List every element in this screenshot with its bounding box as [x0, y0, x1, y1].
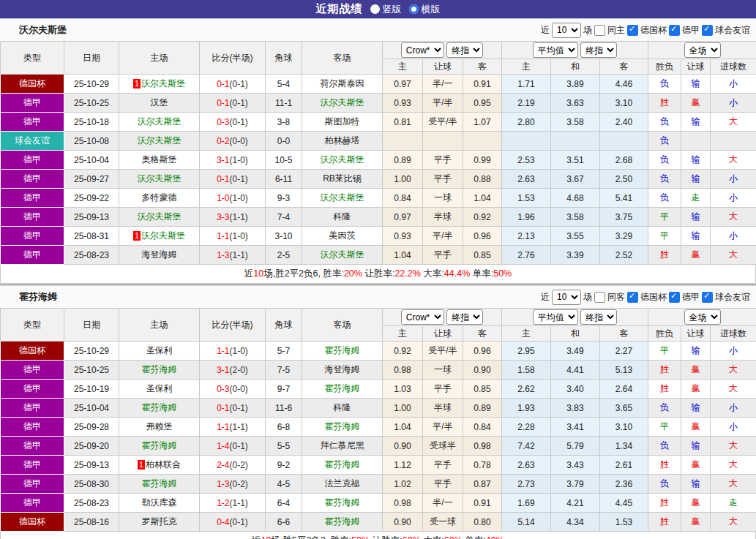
odds-company-select[interactable]: Crow*: [401, 42, 444, 58]
away-team-cell: 霍芬海姆: [302, 380, 383, 399]
match-row: 球会友谊25-10-08沃尔夫斯堡0-2(0-0)0-0柏林赫塔负: [1, 132, 756, 151]
odds-stage-select[interactable]: 终指: [446, 42, 483, 58]
near-count-select[interactable]: 10: [552, 290, 581, 305]
home-team-name: 勒沃库森: [142, 497, 177, 508]
match-row: 德甲25-09-20霍芬海姆1-4(0-1)5-5拜仁慕尼黑0.90受球半0.9…: [1, 437, 756, 456]
asia-home-odds: 0.93: [383, 227, 423, 246]
euro-stage-select[interactable]: 终指: [580, 309, 617, 325]
result-wdl-text: 负: [660, 154, 669, 165]
corner-cell: 3-8: [266, 113, 302, 132]
near-count-select[interactable]: 10: [552, 23, 581, 38]
layout-option-horizontal[interactable]: 横版: [409, 3, 441, 16]
result-handicap: 赢: [681, 418, 711, 437]
euro-home-odds: 2.13: [502, 227, 551, 246]
asia-away-odds-text: 0.80: [474, 517, 490, 527]
team-section-hoffenheim: 霍芬海姆 近 10 场 同客 德国杯 德甲 球会友谊 类型 日期 主场: [0, 285, 756, 539]
fulltime-score: 3-1: [217, 365, 229, 375]
radio-icon-horizontal[interactable]: [409, 4, 419, 14]
checkbox-german-cup[interactable]: [627, 25, 638, 36]
away-team-cell: 美因茨: [302, 227, 383, 246]
euro-draw-odds: 3.41: [551, 418, 600, 437]
competition-label: 德甲: [23, 459, 41, 470]
competition-badge: 德甲: [1, 170, 64, 189]
euro-company-select[interactable]: 平均值: [533, 42, 578, 58]
result-handicap-text: 赢: [692, 497, 700, 508]
corner-text: 10-5: [274, 155, 292, 165]
euro-odds-group: 平均值 终指: [502, 42, 648, 59]
score-cell: 1-4(0-1): [200, 437, 266, 456]
euro-home-odds: 5.14: [502, 513, 551, 532]
checkbox-friendly[interactable]: [702, 25, 713, 36]
away-team-cell: 荷尔斯泰因: [302, 75, 383, 94]
checkbox-bundesliga[interactable]: [669, 25, 680, 36]
competition-badge: 德甲: [1, 227, 64, 246]
euro-draw-odds-text: 3.58: [566, 212, 583, 222]
asia-home-odds-text: 1.00: [394, 403, 411, 413]
away-team-name: RB莱比锡: [323, 173, 362, 184]
match-row: 德国杯25-08-16罗斯托克0-4(0-1)6-6霍芬海姆0.90受一球0.8…: [1, 513, 756, 532]
handicap-line-text: 平/半: [433, 97, 452, 108]
handicap-line: 平手: [423, 151, 463, 170]
euro-home-odds-text: 2.73: [517, 479, 534, 489]
match-date: 25-09-13: [64, 456, 119, 475]
corner-text: 5-5: [277, 441, 290, 451]
summary-text: 大率:: [421, 535, 444, 539]
match-date: 25-10-25: [64, 361, 119, 380]
result-handicap-text: 输: [692, 345, 700, 355]
result-handicap: 赢: [681, 246, 711, 265]
handicap-line: 平手: [423, 380, 463, 399]
away-team-name: 沃尔夫斯堡: [321, 154, 364, 165]
euro-company-select[interactable]: 平均值: [533, 309, 578, 325]
euro-draw-odds-text: 3.89: [566, 79, 583, 89]
euro-away-odds-text: 5.13: [615, 365, 632, 375]
score-cell: 3-1(1-0): [200, 151, 266, 170]
asia-away-odds: 0.91: [463, 75, 502, 94]
competition-label: 德国杯: [19, 345, 45, 355]
euro-away-odds-text: 2.68: [615, 155, 632, 165]
euro-odds-group: 平均值 终指: [502, 309, 648, 326]
checkbox-same-away[interactable]: [594, 292, 605, 303]
match-date: 25-09-13: [64, 208, 119, 227]
odds-company-select[interactable]: Crow*: [401, 309, 444, 325]
fulltime-score: 1-1: [217, 346, 229, 356]
euro-stage-select[interactable]: 终指: [580, 42, 617, 58]
col-euro-home: 主: [502, 59, 551, 75]
asia-home-odds-text: 0.92: [394, 346, 411, 356]
competition-badge: 德国杯: [1, 513, 64, 532]
asia-home-odds: 1.04: [383, 418, 423, 437]
halftime-score: (1-1): [230, 212, 248, 222]
euro-draw-odds: 3.39: [551, 246, 600, 265]
scope-select[interactable]: 全场: [684, 309, 721, 325]
euro-home-odds-text: 2.76: [517, 250, 534, 260]
date-text: 25-08-16: [74, 517, 109, 527]
checkbox-bundesliga[interactable]: [669, 292, 680, 303]
same-home-label: 同主: [607, 24, 625, 37]
result-goals: 小: [711, 399, 756, 418]
euro-home-odds: 2.95: [502, 342, 551, 361]
competition-badge: 德甲: [1, 418, 64, 437]
away-team-name: 霍芬海姆: [325, 516, 360, 527]
asia-home-odds-text: 0.89: [394, 155, 411, 165]
euro-draw-odds: 3.40: [551, 380, 600, 399]
scope-select[interactable]: 全场: [684, 42, 721, 58]
col-euro-draw: 和: [551, 59, 600, 75]
euro-home-odds-text: 7.42: [517, 441, 534, 451]
radio-icon-vertical[interactable]: [370, 4, 380, 14]
euro-draw-odds-text: 3.39: [566, 250, 583, 260]
checkbox-german-cup[interactable]: [627, 292, 638, 303]
match-date: 25-10-25: [64, 94, 119, 113]
date-text: 25-09-13: [74, 460, 109, 470]
layout-option-vertical[interactable]: 竖版: [370, 3, 402, 16]
home-team-cell: 弗赖堡: [119, 418, 200, 437]
handicap-line: 受一球: [423, 513, 463, 532]
euro-home-odds: 2.63: [502, 456, 551, 475]
corner-cell: 9-3: [266, 189, 302, 208]
result-goals-text: 大: [729, 516, 738, 527]
euro-away-odds-text: 3.75: [615, 212, 632, 222]
halftime-score: (0-1): [230, 98, 248, 108]
corner-text: 7-4: [277, 212, 290, 222]
col-type: 类型: [1, 42, 64, 75]
checkbox-same-home[interactable]: [594, 25, 605, 36]
checkbox-friendly[interactable]: [702, 292, 713, 303]
odds-stage-select[interactable]: 终指: [446, 309, 483, 325]
